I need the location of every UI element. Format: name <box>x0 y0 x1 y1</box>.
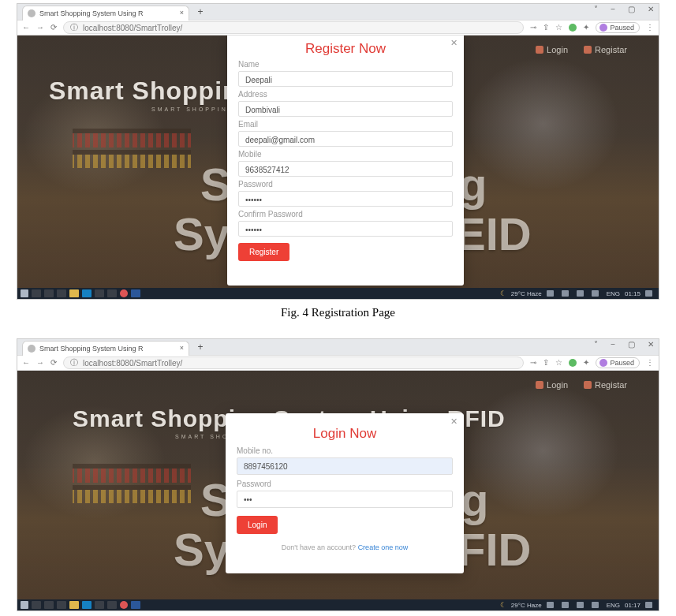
forward-button[interactable]: → <box>36 24 44 32</box>
star-icon[interactable]: ☆ <box>555 24 562 32</box>
modal-close-button[interactable]: ✕ <box>450 416 458 427</box>
site-info-icon[interactable]: ⓘ <box>70 359 78 367</box>
key-icon[interactable]: ⊸ <box>530 359 536 367</box>
language-indicator[interactable]: ENG <box>607 290 620 297</box>
forward-button[interactable]: → <box>36 359 44 367</box>
explorer-icon[interactable] <box>69 601 79 609</box>
taskview-icon[interactable] <box>57 601 66 609</box>
nav-login-label: Login <box>547 380 568 390</box>
notifications-icon[interactable] <box>645 602 652 608</box>
profile-paused-pill[interactable]: Paused <box>596 357 640 368</box>
start-button[interactable] <box>21 601 28 609</box>
login-submit-button[interactable]: Login <box>237 516 278 534</box>
explorer-icon[interactable] <box>69 289 79 297</box>
taskview-icon[interactable] <box>57 289 66 297</box>
close-window-button[interactable]: ✕ <box>648 341 654 349</box>
extensions-icon[interactable]: ✦ <box>583 359 589 367</box>
tab-close-icon[interactable]: × <box>180 345 184 352</box>
new-tab-button[interactable]: + <box>194 342 207 353</box>
new-tab-button[interactable]: + <box>194 6 207 17</box>
share-icon[interactable]: ⇪ <box>543 359 549 367</box>
bg-text-s: S <box>200 158 231 211</box>
wifi-icon[interactable] <box>577 290 584 297</box>
battery-icon[interactable] <box>562 602 569 608</box>
minimize-button[interactable]: − <box>611 341 615 349</box>
volume-icon[interactable] <box>592 602 599 608</box>
reload-button[interactable]: ⟳ <box>50 359 57 367</box>
page-viewport-login: Login Registar Smart Shopping System Usi… <box>17 371 659 599</box>
tray-chevron-icon[interactable] <box>547 602 554 608</box>
app-icon-2[interactable] <box>107 289 117 297</box>
tab-favicon <box>28 9 35 17</box>
password-input[interactable]: •••••• <box>238 191 453 207</box>
cortana-icon[interactable] <box>44 289 54 297</box>
more-menu-icon[interactable]: ⋮ <box>646 359 654 367</box>
close-window-button[interactable]: ✕ <box>648 6 654 13</box>
search-icon[interactable] <box>32 601 41 609</box>
email-input[interactable]: deepali@gmail.com <box>238 131 453 147</box>
modal-close-button[interactable]: ✕ <box>450 38 458 48</box>
site-info-icon[interactable]: ⓘ <box>70 24 78 32</box>
chrome-icon[interactable] <box>120 601 128 609</box>
tab-close-icon[interactable]: × <box>180 9 184 17</box>
minimize-button[interactable]: − <box>611 6 615 13</box>
register-submit-button[interactable]: Register <box>238 243 289 261</box>
nav-login-link[interactable]: Login <box>536 45 568 54</box>
volume-icon[interactable] <box>592 290 599 297</box>
chevron-down-icon[interactable]: ˅ <box>594 341 598 349</box>
profile-avatar-icon <box>599 359 607 367</box>
profile-avatar-icon <box>599 24 607 32</box>
word-icon[interactable] <box>131 601 140 609</box>
url-input[interactable]: ⓘ localhost:8080/SmartTrolley/ <box>63 357 524 369</box>
figure-5: Smart Shopping System Using R × + ˅ − ▢ … <box>0 335 676 616</box>
app-icon-1[interactable] <box>95 289 104 297</box>
url-input[interactable]: ⓘ localhost:8080/SmartTrolley/ <box>63 21 524 34</box>
tray-chevron-icon[interactable] <box>547 290 554 297</box>
confirm-password-input[interactable]: •••••• <box>238 221 453 237</box>
extension-dot-icon[interactable] <box>569 359 577 367</box>
extension-dot-icon[interactable] <box>569 24 577 32</box>
profile-paused-pill[interactable]: Paused <box>596 22 640 33</box>
word-icon[interactable] <box>131 289 140 297</box>
mobile-input[interactable]: 9638527412 <box>238 161 453 177</box>
address-input[interactable]: Dombivali <box>238 101 453 117</box>
register-icon <box>584 381 592 389</box>
edge-icon[interactable] <box>82 601 92 609</box>
back-button[interactable]: ← <box>22 359 30 367</box>
email-label: Email <box>238 120 453 129</box>
edge-icon[interactable] <box>82 289 92 297</box>
clock[interactable]: 01:17 <box>625 602 641 609</box>
nav-login-link[interactable]: Login <box>536 380 568 390</box>
wifi-icon[interactable] <box>577 602 584 608</box>
weather-icon: ☾ <box>500 289 506 297</box>
start-button[interactable] <box>21 289 28 297</box>
nav-register-link[interactable]: Registar <box>584 45 627 54</box>
language-indicator[interactable]: ENG <box>607 602 620 609</box>
key-icon[interactable]: ⊸ <box>530 24 536 32</box>
app-icon-1[interactable] <box>95 601 104 609</box>
maximize-button[interactable]: ▢ <box>628 341 635 349</box>
clock[interactable]: 01:15 <box>625 290 641 297</box>
chevron-down-icon[interactable]: ˅ <box>594 6 598 13</box>
system-tray: ☾ 29°C Haze ENG 01:17 <box>500 601 655 609</box>
nav-register-link[interactable]: Registar <box>584 380 627 390</box>
more-menu-icon[interactable]: ⋮ <box>646 24 654 32</box>
star-icon[interactable]: ☆ <box>555 359 562 367</box>
login-mobile-input[interactable]: 8897456120 <box>237 457 453 475</box>
browser-tab[interactable]: Smart Shopping System Using R × <box>22 341 189 356</box>
chrome-icon[interactable] <box>120 289 128 297</box>
name-input[interactable]: Deepali <box>238 71 453 87</box>
cortana-icon[interactable] <box>44 601 54 609</box>
notifications-icon[interactable] <box>645 290 652 297</box>
create-account-link[interactable]: Create one now <box>358 543 409 551</box>
app-icon-2[interactable] <box>107 601 117 609</box>
reload-button[interactable]: ⟳ <box>50 24 57 32</box>
battery-icon[interactable] <box>562 290 569 297</box>
back-button[interactable]: ← <box>22 24 30 32</box>
search-icon[interactable] <box>32 289 41 297</box>
browser-tab[interactable]: Smart Shopping System Using R × <box>22 6 189 21</box>
maximize-button[interactable]: ▢ <box>628 6 635 13</box>
extensions-icon[interactable]: ✦ <box>583 24 589 32</box>
share-icon[interactable]: ⇪ <box>543 24 549 32</box>
login-password-input[interactable]: ••• <box>237 491 453 508</box>
